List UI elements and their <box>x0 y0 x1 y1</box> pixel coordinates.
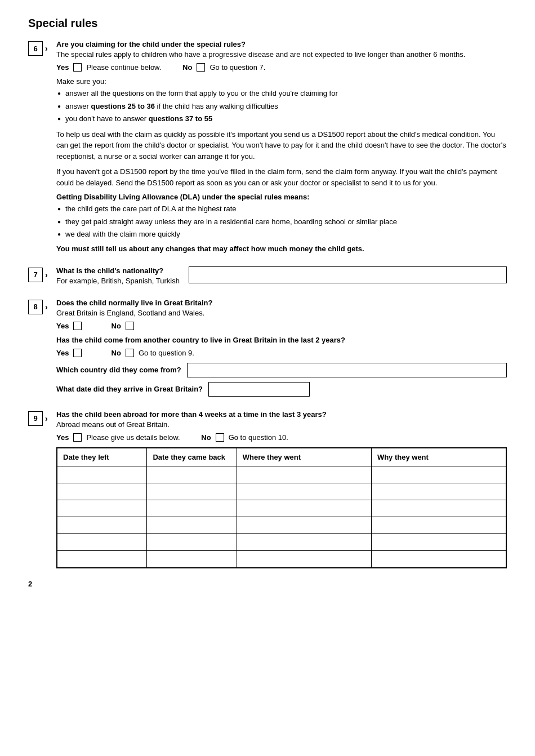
q9-yes-instruction: Please give us details below. <box>86 433 180 442</box>
cell-where-5[interactable] <box>237 533 371 550</box>
input-where-1[interactable] <box>237 466 371 483</box>
question-8-title: Does the child normally live in Great Br… <box>56 299 507 307</box>
q6-dla-bullets: the child gets the care part of DLA at t… <box>56 203 507 240</box>
question-9-block: 9 › Has the child been abroad for more t… <box>28 410 507 568</box>
col-date-back: Date they came back <box>147 448 237 466</box>
cell-why-6[interactable] <box>371 550 506 567</box>
input-date-left-1[interactable] <box>57 466 146 483</box>
input-why-5[interactable] <box>372 534 506 550</box>
q8-yes-no: Yes No <box>56 322 507 330</box>
input-date-back-5[interactable] <box>147 534 236 550</box>
cell-where-3[interactable] <box>237 500 371 517</box>
q6-no-checkbox[interactable] <box>197 63 205 72</box>
cell-date-left-2[interactable] <box>57 483 147 500</box>
cell-date-left-5[interactable] <box>57 533 147 550</box>
input-why-1[interactable] <box>372 466 506 483</box>
input-date-left-5[interactable] <box>57 534 146 550</box>
q8-sub-no-checkbox[interactable] <box>126 349 134 357</box>
q6-dla-bullet-2: they get paid straight away unless they … <box>56 216 507 228</box>
input-why-4[interactable] <box>372 517 506 533</box>
q6-important-note: You must still tell us about any changes… <box>56 244 507 253</box>
q8-date-label: What date did they arrive in Great Brita… <box>56 385 203 393</box>
q6-yes-checkbox[interactable] <box>73 63 82 72</box>
q9-yes-no: Yes Please give us details below. No Go … <box>56 433 507 442</box>
q8-date-input[interactable] <box>208 382 310 397</box>
input-why-2[interactable] <box>372 483 506 500</box>
q8-sub-goto: Go to question 9. <box>139 349 194 357</box>
nationality-input[interactable] <box>189 266 507 283</box>
cell-why-4[interactable] <box>371 517 506 533</box>
cell-date-left-4[interactable] <box>57 517 147 533</box>
question-6-description: The special rules apply to children who … <box>56 50 507 59</box>
q8-no-checkbox[interactable] <box>126 322 134 330</box>
chevron-8: › <box>45 303 48 312</box>
input-date-back-6[interactable] <box>147 551 236 567</box>
input-date-left-6[interactable] <box>57 551 146 567</box>
number-box-8: 8 <box>28 300 43 314</box>
q6-bullet-3: you don't have to answer questions 37 to… <box>56 113 507 124</box>
cell-where-4[interactable] <box>237 517 371 533</box>
q8-yes-checkbox[interactable] <box>73 322 82 330</box>
page-number: 2 <box>28 580 507 588</box>
q8-no-label: No <box>112 322 121 330</box>
input-date-back-3[interactable] <box>147 500 236 517</box>
question-9-content: Has the child been abroad for more than … <box>56 410 507 568</box>
input-date-left-2[interactable] <box>57 483 146 500</box>
input-where-2[interactable] <box>237 483 371 500</box>
input-why-6[interactable] <box>372 551 506 567</box>
q9-no-goto: Go to question 10. <box>229 433 288 442</box>
q6-goto: Go to question 7. <box>209 63 265 72</box>
input-where-5[interactable] <box>237 534 371 550</box>
q9-no-checkbox[interactable] <box>216 433 224 442</box>
cell-date-back-4[interactable] <box>147 517 237 533</box>
question-8-block: 8 › Does the child normally live in Grea… <box>28 299 507 401</box>
table-row <box>57 466 506 483</box>
q9-yes-checkbox[interactable] <box>73 433 82 442</box>
chevron-6: › <box>45 44 48 53</box>
cell-where-2[interactable] <box>237 483 371 500</box>
question-7-content: What is the child's nationality? For exa… <box>56 266 507 290</box>
cell-where-1[interactable] <box>237 466 371 483</box>
cell-date-back-6[interactable] <box>147 550 237 567</box>
q6-bullet-2: answer questions 25 to 36 if the child h… <box>56 101 507 112</box>
input-where-4[interactable] <box>237 517 371 533</box>
input-where-3[interactable] <box>237 500 371 517</box>
input-date-left-4[interactable] <box>57 517 146 533</box>
col-why-went: Why they went <box>371 448 506 466</box>
table-row <box>57 500 506 517</box>
chevron-7: › <box>45 270 48 279</box>
input-where-6[interactable] <box>237 551 371 567</box>
q6-please-continue: Please continue below. <box>86 63 161 72</box>
cell-date-back-2[interactable] <box>147 483 237 500</box>
q8-country-row: Which country did they come from? <box>56 363 507 377</box>
cell-why-2[interactable] <box>371 483 506 500</box>
q6-yes-label: Yes <box>56 63 69 72</box>
cell-why-5[interactable] <box>371 533 506 550</box>
q6-make-sure: Make sure you: <box>56 77 507 86</box>
q8-country-input[interactable] <box>187 363 507 377</box>
input-date-left-3[interactable] <box>57 500 146 517</box>
cell-why-1[interactable] <box>371 466 506 483</box>
question-6-block: 6 › Are you claiming for the child under… <box>28 40 507 257</box>
cell-date-back-1[interactable] <box>147 466 237 483</box>
cell-date-left-3[interactable] <box>57 500 147 517</box>
cell-why-3[interactable] <box>371 500 506 517</box>
input-date-back-4[interactable] <box>147 517 236 533</box>
q9-no-label: No <box>201 433 211 442</box>
input-why-3[interactable] <box>372 500 506 517</box>
cell-date-left-6[interactable] <box>57 550 147 567</box>
cell-where-6[interactable] <box>237 550 371 567</box>
q8-sub-yes-no: Yes No Go to question 9. <box>56 349 507 357</box>
question-6-number: 6 › <box>28 40 56 56</box>
q8-sub-yes-checkbox[interactable] <box>73 349 82 357</box>
table-row <box>57 533 506 550</box>
cell-date-back-5[interactable] <box>147 533 237 550</box>
q7-title-row: What is the child's nationality? For exa… <box>56 266 507 290</box>
cell-date-left-1[interactable] <box>57 466 147 483</box>
question-8-number: 8 › <box>28 299 56 314</box>
input-date-back-1[interactable] <box>147 466 236 483</box>
table-row <box>57 517 506 533</box>
input-date-back-2[interactable] <box>147 483 236 500</box>
cell-date-back-3[interactable] <box>147 500 237 517</box>
col-where-went: Where they went <box>237 448 371 466</box>
